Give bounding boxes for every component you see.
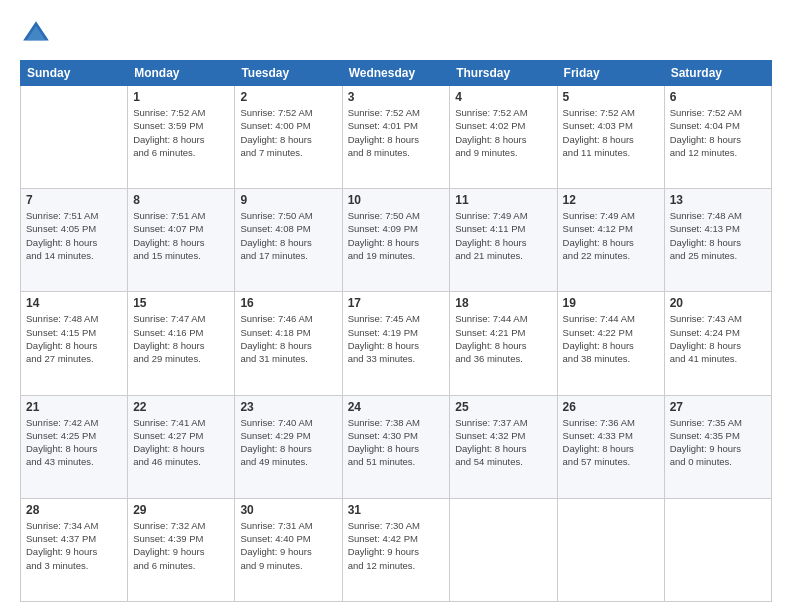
header bbox=[20, 18, 772, 50]
day-number: 12 bbox=[563, 193, 659, 207]
week-row-2: 7Sunrise: 7:51 AM Sunset: 4:05 PM Daylig… bbox=[21, 189, 772, 292]
day-info: Sunrise: 7:49 AM Sunset: 4:12 PM Dayligh… bbox=[563, 209, 659, 262]
day-cell: 25Sunrise: 7:37 AM Sunset: 4:32 PM Dayli… bbox=[450, 395, 557, 498]
day-info: Sunrise: 7:36 AM Sunset: 4:33 PM Dayligh… bbox=[563, 416, 659, 469]
day-number: 9 bbox=[240, 193, 336, 207]
day-info: Sunrise: 7:51 AM Sunset: 4:07 PM Dayligh… bbox=[133, 209, 229, 262]
day-number: 18 bbox=[455, 296, 551, 310]
week-row-5: 28Sunrise: 7:34 AM Sunset: 4:37 PM Dayli… bbox=[21, 498, 772, 601]
day-number: 15 bbox=[133, 296, 229, 310]
day-number: 1 bbox=[133, 90, 229, 104]
day-cell: 22Sunrise: 7:41 AM Sunset: 4:27 PM Dayli… bbox=[128, 395, 235, 498]
day-info: Sunrise: 7:52 AM Sunset: 3:59 PM Dayligh… bbox=[133, 106, 229, 159]
day-number: 2 bbox=[240, 90, 336, 104]
day-info: Sunrise: 7:48 AM Sunset: 4:15 PM Dayligh… bbox=[26, 312, 122, 365]
day-info: Sunrise: 7:52 AM Sunset: 4:01 PM Dayligh… bbox=[348, 106, 445, 159]
day-cell: 16Sunrise: 7:46 AM Sunset: 4:18 PM Dayli… bbox=[235, 292, 342, 395]
day-info: Sunrise: 7:38 AM Sunset: 4:30 PM Dayligh… bbox=[348, 416, 445, 469]
day-cell bbox=[557, 498, 664, 601]
day-cell: 9Sunrise: 7:50 AM Sunset: 4:08 PM Daylig… bbox=[235, 189, 342, 292]
day-info: Sunrise: 7:45 AM Sunset: 4:19 PM Dayligh… bbox=[348, 312, 445, 365]
day-number: 24 bbox=[348, 400, 445, 414]
day-info: Sunrise: 7:32 AM Sunset: 4:39 PM Dayligh… bbox=[133, 519, 229, 572]
day-cell: 11Sunrise: 7:49 AM Sunset: 4:11 PM Dayli… bbox=[450, 189, 557, 292]
day-info: Sunrise: 7:50 AM Sunset: 4:09 PM Dayligh… bbox=[348, 209, 445, 262]
day-info: Sunrise: 7:50 AM Sunset: 4:08 PM Dayligh… bbox=[240, 209, 336, 262]
day-cell bbox=[664, 498, 771, 601]
day-number: 25 bbox=[455, 400, 551, 414]
day-cell: 7Sunrise: 7:51 AM Sunset: 4:05 PM Daylig… bbox=[21, 189, 128, 292]
day-info: Sunrise: 7:47 AM Sunset: 4:16 PM Dayligh… bbox=[133, 312, 229, 365]
day-info: Sunrise: 7:42 AM Sunset: 4:25 PM Dayligh… bbox=[26, 416, 122, 469]
day-cell: 24Sunrise: 7:38 AM Sunset: 4:30 PM Dayli… bbox=[342, 395, 450, 498]
day-cell: 15Sunrise: 7:47 AM Sunset: 4:16 PM Dayli… bbox=[128, 292, 235, 395]
day-cell: 3Sunrise: 7:52 AM Sunset: 4:01 PM Daylig… bbox=[342, 86, 450, 189]
day-cell: 20Sunrise: 7:43 AM Sunset: 4:24 PM Dayli… bbox=[664, 292, 771, 395]
day-number: 3 bbox=[348, 90, 445, 104]
day-cell: 30Sunrise: 7:31 AM Sunset: 4:40 PM Dayli… bbox=[235, 498, 342, 601]
day-info: Sunrise: 7:37 AM Sunset: 4:32 PM Dayligh… bbox=[455, 416, 551, 469]
day-number: 20 bbox=[670, 296, 766, 310]
col-header-thursday: Thursday bbox=[450, 61, 557, 86]
day-cell: 12Sunrise: 7:49 AM Sunset: 4:12 PM Dayli… bbox=[557, 189, 664, 292]
day-number: 30 bbox=[240, 503, 336, 517]
day-number: 16 bbox=[240, 296, 336, 310]
col-header-monday: Monday bbox=[128, 61, 235, 86]
day-cell: 17Sunrise: 7:45 AM Sunset: 4:19 PM Dayli… bbox=[342, 292, 450, 395]
day-cell: 13Sunrise: 7:48 AM Sunset: 4:13 PM Dayli… bbox=[664, 189, 771, 292]
day-cell bbox=[450, 498, 557, 601]
day-number: 13 bbox=[670, 193, 766, 207]
day-info: Sunrise: 7:44 AM Sunset: 4:21 PM Dayligh… bbox=[455, 312, 551, 365]
day-number: 10 bbox=[348, 193, 445, 207]
day-info: Sunrise: 7:49 AM Sunset: 4:11 PM Dayligh… bbox=[455, 209, 551, 262]
day-number: 22 bbox=[133, 400, 229, 414]
day-number: 21 bbox=[26, 400, 122, 414]
col-header-tuesday: Tuesday bbox=[235, 61, 342, 86]
day-number: 11 bbox=[455, 193, 551, 207]
day-cell: 26Sunrise: 7:36 AM Sunset: 4:33 PM Dayli… bbox=[557, 395, 664, 498]
logo-icon bbox=[20, 18, 52, 50]
day-cell bbox=[21, 86, 128, 189]
day-info: Sunrise: 7:51 AM Sunset: 4:05 PM Dayligh… bbox=[26, 209, 122, 262]
day-cell: 10Sunrise: 7:50 AM Sunset: 4:09 PM Dayli… bbox=[342, 189, 450, 292]
day-number: 8 bbox=[133, 193, 229, 207]
day-cell: 14Sunrise: 7:48 AM Sunset: 4:15 PM Dayli… bbox=[21, 292, 128, 395]
day-cell: 5Sunrise: 7:52 AM Sunset: 4:03 PM Daylig… bbox=[557, 86, 664, 189]
day-info: Sunrise: 7:44 AM Sunset: 4:22 PM Dayligh… bbox=[563, 312, 659, 365]
day-number: 23 bbox=[240, 400, 336, 414]
week-row-3: 14Sunrise: 7:48 AM Sunset: 4:15 PM Dayli… bbox=[21, 292, 772, 395]
day-info: Sunrise: 7:52 AM Sunset: 4:00 PM Dayligh… bbox=[240, 106, 336, 159]
col-header-friday: Friday bbox=[557, 61, 664, 86]
header-row: SundayMondayTuesdayWednesdayThursdayFrid… bbox=[21, 61, 772, 86]
day-cell: 4Sunrise: 7:52 AM Sunset: 4:02 PM Daylig… bbox=[450, 86, 557, 189]
day-cell: 8Sunrise: 7:51 AM Sunset: 4:07 PM Daylig… bbox=[128, 189, 235, 292]
day-number: 5 bbox=[563, 90, 659, 104]
day-cell: 27Sunrise: 7:35 AM Sunset: 4:35 PM Dayli… bbox=[664, 395, 771, 498]
day-number: 28 bbox=[26, 503, 122, 517]
day-cell: 19Sunrise: 7:44 AM Sunset: 4:22 PM Dayli… bbox=[557, 292, 664, 395]
day-number: 31 bbox=[348, 503, 445, 517]
day-cell: 23Sunrise: 7:40 AM Sunset: 4:29 PM Dayli… bbox=[235, 395, 342, 498]
day-info: Sunrise: 7:41 AM Sunset: 4:27 PM Dayligh… bbox=[133, 416, 229, 469]
day-number: 6 bbox=[670, 90, 766, 104]
week-row-4: 21Sunrise: 7:42 AM Sunset: 4:25 PM Dayli… bbox=[21, 395, 772, 498]
col-header-saturday: Saturday bbox=[664, 61, 771, 86]
day-cell: 2Sunrise: 7:52 AM Sunset: 4:00 PM Daylig… bbox=[235, 86, 342, 189]
day-number: 29 bbox=[133, 503, 229, 517]
day-info: Sunrise: 7:35 AM Sunset: 4:35 PM Dayligh… bbox=[670, 416, 766, 469]
day-number: 17 bbox=[348, 296, 445, 310]
day-cell: 29Sunrise: 7:32 AM Sunset: 4:39 PM Dayli… bbox=[128, 498, 235, 601]
day-number: 4 bbox=[455, 90, 551, 104]
day-info: Sunrise: 7:46 AM Sunset: 4:18 PM Dayligh… bbox=[240, 312, 336, 365]
page: SundayMondayTuesdayWednesdayThursdayFrid… bbox=[0, 0, 792, 612]
day-info: Sunrise: 7:40 AM Sunset: 4:29 PM Dayligh… bbox=[240, 416, 336, 469]
calendar-table: SundayMondayTuesdayWednesdayThursdayFrid… bbox=[20, 60, 772, 602]
day-number: 27 bbox=[670, 400, 766, 414]
col-header-sunday: Sunday bbox=[21, 61, 128, 86]
day-cell: 18Sunrise: 7:44 AM Sunset: 4:21 PM Dayli… bbox=[450, 292, 557, 395]
day-info: Sunrise: 7:52 AM Sunset: 4:02 PM Dayligh… bbox=[455, 106, 551, 159]
day-cell: 28Sunrise: 7:34 AM Sunset: 4:37 PM Dayli… bbox=[21, 498, 128, 601]
day-number: 14 bbox=[26, 296, 122, 310]
logo bbox=[20, 18, 56, 50]
day-info: Sunrise: 7:30 AM Sunset: 4:42 PM Dayligh… bbox=[348, 519, 445, 572]
